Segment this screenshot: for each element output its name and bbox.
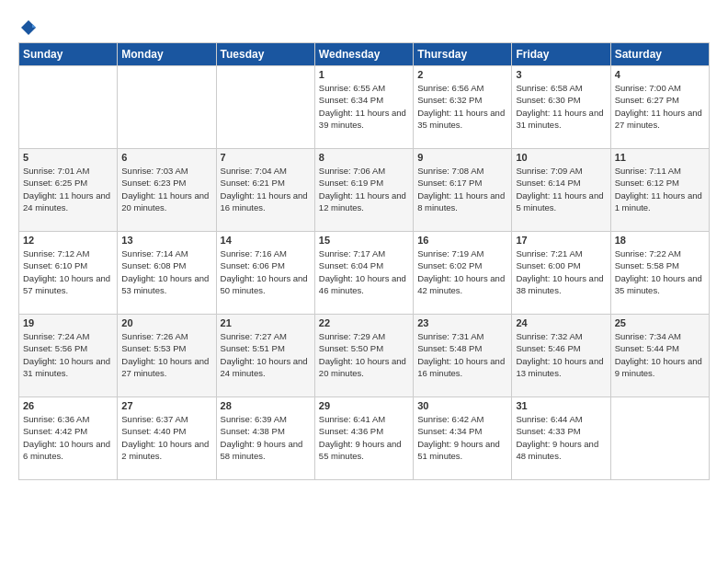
header-row: SundayMondayTuesdayWednesdayThursdayFrid…	[19, 43, 710, 66]
calendar-cell: 5Sunrise: 7:01 AM Sunset: 6:25 PM Daylig…	[19, 149, 118, 232]
day-number: 9	[417, 152, 507, 163]
day-number: 21	[221, 317, 311, 328]
week-row-1: 1Sunrise: 6:55 AM Sunset: 6:34 PM Daylig…	[19, 66, 710, 149]
day-info: Sunrise: 6:37 AM Sunset: 4:40 PM Dayligh…	[121, 413, 211, 462]
calendar-cell: 15Sunrise: 7:17 AM Sunset: 6:04 PM Dayli…	[314, 232, 413, 315]
day-info: Sunrise: 7:06 AM Sunset: 6:19 PM Dayligh…	[319, 165, 409, 213]
day-info: Sunrise: 7:21 AM Sunset: 6:00 PM Dayligh…	[516, 247, 606, 296]
col-header-friday: Friday	[512, 43, 610, 66]
day-number: 15	[319, 235, 409, 246]
col-header-thursday: Thursday	[414, 43, 512, 66]
calendar-cell: 28Sunrise: 6:39 AM Sunset: 4:38 PM Dayli…	[216, 397, 314, 480]
day-number: 30	[417, 400, 507, 411]
day-number: 20	[121, 317, 211, 328]
day-number: 10	[516, 152, 606, 163]
day-number: 28	[221, 400, 311, 411]
calendar-cell: 12Sunrise: 7:12 AM Sunset: 6:10 PM Dayli…	[19, 232, 118, 315]
day-info: Sunrise: 7:34 AM Sunset: 5:44 PM Dayligh…	[615, 330, 705, 379]
day-info: Sunrise: 7:31 AM Sunset: 5:48 PM Dayligh…	[417, 330, 507, 379]
day-number: 23	[417, 317, 507, 328]
calendar-cell: 3Sunrise: 6:58 AM Sunset: 6:30 PM Daylig…	[512, 66, 610, 149]
day-number: 19	[23, 317, 113, 328]
calendar-cell	[216, 66, 314, 149]
day-number: 29	[319, 400, 409, 411]
col-header-sunday: Sunday	[19, 43, 118, 66]
day-number: 2	[417, 69, 507, 80]
calendar-cell	[610, 397, 709, 480]
day-info: Sunrise: 6:55 AM Sunset: 6:34 PM Dayligh…	[319, 82, 409, 131]
day-number: 12	[23, 235, 113, 246]
day-info: Sunrise: 7:26 AM Sunset: 5:53 PM Dayligh…	[121, 330, 211, 379]
day-number: 5	[23, 152, 113, 163]
day-info: Sunrise: 6:58 AM Sunset: 6:30 PM Dayligh…	[516, 82, 606, 131]
calendar-cell: 16Sunrise: 7:19 AM Sunset: 6:02 PM Dayli…	[414, 232, 512, 315]
day-number: 8	[319, 152, 409, 163]
page-header	[18, 18, 710, 33]
calendar-cell: 30Sunrise: 6:42 AM Sunset: 4:34 PM Dayli…	[414, 397, 512, 480]
calendar-cell: 17Sunrise: 7:21 AM Sunset: 6:00 PM Dayli…	[512, 232, 610, 315]
day-number: 16	[417, 235, 507, 246]
calendar-cell: 31Sunrise: 6:44 AM Sunset: 4:33 PM Dayli…	[512, 397, 610, 480]
day-number: 18	[615, 235, 705, 246]
day-info: Sunrise: 6:39 AM Sunset: 4:38 PM Dayligh…	[221, 413, 311, 462]
week-row-2: 5Sunrise: 7:01 AM Sunset: 6:25 PM Daylig…	[19, 149, 710, 232]
day-number: 27	[121, 400, 211, 411]
col-header-saturday: Saturday	[610, 43, 709, 66]
calendar-cell: 4Sunrise: 7:00 AM Sunset: 6:27 PM Daylig…	[610, 66, 709, 149]
day-info: Sunrise: 7:03 AM Sunset: 6:23 PM Dayligh…	[121, 165, 211, 213]
day-info: Sunrise: 7:08 AM Sunset: 6:17 PM Dayligh…	[417, 165, 507, 213]
calendar-cell: 22Sunrise: 7:29 AM Sunset: 5:50 PM Dayli…	[314, 315, 413, 397]
calendar-cell: 27Sunrise: 6:37 AM Sunset: 4:40 PM Dayli…	[118, 397, 216, 480]
day-info: Sunrise: 6:44 AM Sunset: 4:33 PM Dayligh…	[516, 413, 606, 462]
day-info: Sunrise: 7:09 AM Sunset: 6:14 PM Dayligh…	[516, 165, 606, 213]
calendar-cell: 14Sunrise: 7:16 AM Sunset: 6:06 PM Dayli…	[216, 232, 314, 315]
day-info: Sunrise: 7:16 AM Sunset: 6:06 PM Dayligh…	[221, 247, 311, 296]
calendar-cell: 20Sunrise: 7:26 AM Sunset: 5:53 PM Dayli…	[118, 315, 216, 397]
day-number: 1	[319, 69, 409, 80]
day-info: Sunrise: 7:11 AM Sunset: 6:12 PM Dayligh…	[615, 165, 705, 213]
calendar-cell: 19Sunrise: 7:24 AM Sunset: 5:56 PM Dayli…	[19, 315, 118, 397]
day-number: 22	[319, 317, 409, 328]
day-info: Sunrise: 7:22 AM Sunset: 5:58 PM Dayligh…	[615, 247, 705, 296]
logo-icon	[19, 18, 38, 37]
calendar-cell: 21Sunrise: 7:27 AM Sunset: 5:51 PM Dayli…	[216, 315, 314, 397]
day-info: Sunrise: 7:12 AM Sunset: 6:10 PM Dayligh…	[23, 247, 113, 296]
col-header-tuesday: Tuesday	[216, 43, 314, 66]
calendar-cell: 23Sunrise: 7:31 AM Sunset: 5:48 PM Dayli…	[414, 315, 512, 397]
day-info: Sunrise: 7:17 AM Sunset: 6:04 PM Dayligh…	[319, 247, 409, 296]
calendar-cell: 1Sunrise: 6:55 AM Sunset: 6:34 PM Daylig…	[314, 66, 413, 149]
calendar-cell: 24Sunrise: 7:32 AM Sunset: 5:46 PM Dayli…	[512, 315, 610, 397]
day-info: Sunrise: 7:19 AM Sunset: 6:02 PM Dayligh…	[417, 247, 507, 296]
calendar-cell	[118, 66, 216, 149]
calendar-cell: 26Sunrise: 6:36 AM Sunset: 4:42 PM Dayli…	[19, 397, 118, 480]
day-number: 31	[516, 400, 606, 411]
day-number: 13	[121, 235, 211, 246]
calendar-cell: 7Sunrise: 7:04 AM Sunset: 6:21 PM Daylig…	[216, 149, 314, 232]
calendar-cell: 18Sunrise: 7:22 AM Sunset: 5:58 PM Dayli…	[610, 232, 709, 315]
day-info: Sunrise: 6:56 AM Sunset: 6:32 PM Dayligh…	[417, 82, 507, 131]
calendar-cell: 10Sunrise: 7:09 AM Sunset: 6:14 PM Dayli…	[512, 149, 610, 232]
calendar-cell: 13Sunrise: 7:14 AM Sunset: 6:08 PM Dayli…	[118, 232, 216, 315]
day-number: 26	[23, 400, 113, 411]
day-number: 14	[221, 235, 311, 246]
day-number: 7	[221, 152, 311, 163]
calendar-cell: 2Sunrise: 6:56 AM Sunset: 6:32 PM Daylig…	[414, 66, 512, 149]
col-header-monday: Monday	[118, 43, 216, 66]
calendar-cell: 25Sunrise: 7:34 AM Sunset: 5:44 PM Dayli…	[610, 315, 709, 397]
day-number: 25	[615, 317, 705, 328]
day-number: 6	[121, 152, 211, 163]
day-info: Sunrise: 7:32 AM Sunset: 5:46 PM Dayligh…	[516, 330, 606, 379]
day-info: Sunrise: 7:29 AM Sunset: 5:50 PM Dayligh…	[319, 330, 409, 379]
day-info: Sunrise: 7:04 AM Sunset: 6:21 PM Dayligh…	[221, 165, 311, 213]
day-info: Sunrise: 7:24 AM Sunset: 5:56 PM Dayligh…	[23, 330, 113, 379]
day-info: Sunrise: 6:42 AM Sunset: 4:34 PM Dayligh…	[417, 413, 507, 462]
calendar-table: SundayMondayTuesdayWednesdayThursdayFrid…	[18, 42, 710, 480]
calendar-cell	[19, 66, 118, 149]
day-info: Sunrise: 7:27 AM Sunset: 5:51 PM Dayligh…	[221, 330, 311, 379]
calendar-cell: 6Sunrise: 7:03 AM Sunset: 6:23 PM Daylig…	[118, 149, 216, 232]
col-header-wednesday: Wednesday	[314, 43, 413, 66]
logo	[18, 18, 39, 33]
day-info: Sunrise: 6:41 AM Sunset: 4:36 PM Dayligh…	[319, 413, 409, 462]
week-row-5: 26Sunrise: 6:36 AM Sunset: 4:42 PM Dayli…	[19, 397, 710, 480]
calendar-cell: 11Sunrise: 7:11 AM Sunset: 6:12 PM Dayli…	[610, 149, 709, 232]
